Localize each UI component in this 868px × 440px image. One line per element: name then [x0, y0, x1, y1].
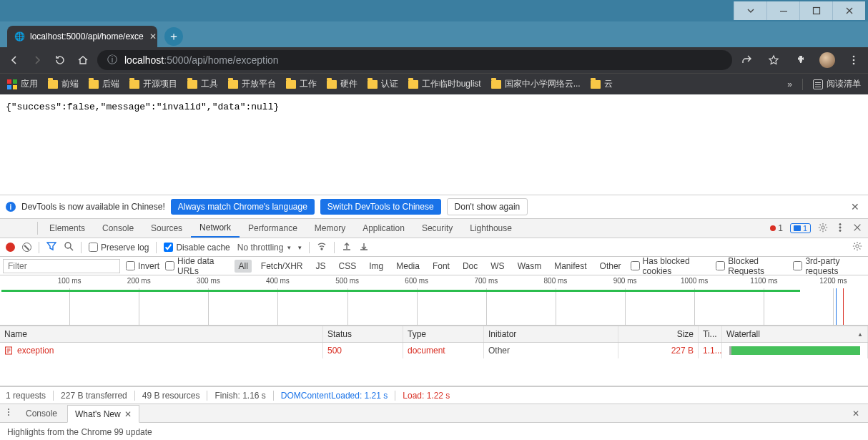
drawer-close-icon[interactable]: ✕ — [848, 409, 864, 419]
filter-type-img[interactable]: Img — [365, 260, 387, 273]
devtools-menu-icon[interactable] — [835, 223, 845, 235]
browser-tab[interactable]: 🌐 localhost:5000/api/home/exce ✕ — [7, 26, 157, 47]
banner-dont-show-button[interactable]: Don't show again — [447, 198, 528, 215]
import-har-icon[interactable] — [342, 241, 352, 253]
win-close-button[interactable] — [832, 1, 865, 20]
nav-forward-button[interactable] — [29, 52, 46, 69]
bookmark-folder[interactable]: 后端 — [89, 78, 119, 90]
tab-security[interactable]: Security — [413, 219, 461, 238]
bookmark-star-icon[interactable] — [765, 52, 782, 69]
disable-cache-checkbox[interactable]: Disable cache — [164, 243, 230, 253]
tab-sources[interactable]: Sources — [142, 219, 191, 238]
issues-badge[interactable]: 1 — [790, 223, 811, 233]
bookmark-apps[interactable]: 应用 — [7, 78, 38, 90]
network-conditions-icon[interactable] — [317, 241, 327, 253]
share-icon[interactable] — [738, 52, 755, 69]
hide-data-urls-checkbox[interactable]: Hide data URLs — [165, 256, 229, 276]
network-request-row[interactable]: exception 500 document Other 227 B 1.1..… — [0, 343, 868, 358]
throttling-more-icon[interactable]: ▾ — [298, 244, 302, 251]
win-minimize-button[interactable] — [766, 1, 799, 20]
svg-point-11 — [839, 230, 841, 231]
bookmark-folder[interactable]: 工作临时buglist — [408, 78, 481, 90]
blocked-cookies-checkbox[interactable]: Has blocked cookies — [631, 256, 711, 276]
tab-close-button[interactable]: ✕ — [149, 31, 157, 41]
record-button[interactable] — [6, 243, 15, 252]
bookmark-folder[interactable]: 前端 — [48, 78, 79, 90]
device-toolbar-icon[interactable] — [17, 219, 34, 238]
svg-point-1 — [853, 56, 855, 58]
chrome-menu-button[interactable] — [845, 52, 862, 69]
tab-lighthouse[interactable]: Lighthouse — [461, 219, 521, 238]
address-bar[interactable]: ⓘ localhost:5000/api/home/exception — [97, 50, 732, 70]
filter-type-wasm[interactable]: Wasm — [514, 260, 546, 273]
export-har-icon[interactable] — [359, 241, 369, 253]
bookmark-folder[interactable]: 工作 — [286, 78, 317, 90]
col-time[interactable]: Ti... — [699, 326, 722, 342]
filter-type-fetchxhr[interactable]: Fetch/XHR — [257, 260, 307, 273]
inspect-element-icon[interactable] — [0, 219, 17, 238]
filter-type-doc[interactable]: Doc — [459, 260, 481, 273]
errors-badge[interactable]: 1 — [770, 223, 783, 233]
bookmark-folder[interactable]: 云 — [591, 78, 613, 90]
col-type[interactable]: Type — [403, 326, 484, 342]
filter-type-ws[interactable]: WS — [487, 260, 508, 273]
third-party-checkbox[interactable]: 3rd-party requests — [793, 256, 865, 276]
drawer-body-text: Highlights from the Chrome 99 update — [0, 422, 868, 440]
col-initiator[interactable]: Initiator — [484, 326, 618, 342]
tab-console[interactable]: Console — [94, 219, 142, 238]
tab-elements[interactable]: Elements — [41, 219, 94, 238]
bookmark-folder[interactable]: 硬件 — [327, 78, 357, 90]
win-dropdown-button[interactable] — [734, 1, 766, 20]
bookmark-folder[interactable]: 开放平台 — [228, 78, 276, 90]
devtools-close-icon[interactable] — [852, 223, 862, 235]
nav-back-button[interactable] — [6, 52, 23, 69]
devtools-settings-icon[interactable] — [818, 223, 828, 235]
tab-performance[interactable]: Performance — [240, 219, 306, 238]
reading-list-button[interactable]: 阅读清单 — [813, 78, 861, 90]
col-waterfall[interactable]: Waterfall▲ — [722, 326, 868, 342]
col-size[interactable]: Size — [618, 326, 699, 342]
tab-network[interactable]: Network — [191, 219, 240, 238]
bookmark-folder[interactable]: 国家中小学网络云... — [491, 78, 581, 90]
bookmark-folder[interactable]: 工具 — [187, 78, 218, 90]
clear-button[interactable] — [22, 243, 31, 252]
globe-icon: 🌐 — [14, 31, 24, 41]
filter-input[interactable] — [3, 259, 120, 273]
banner-match-button[interactable]: Always match Chrome's language — [171, 199, 315, 215]
bookmarks-overflow-button[interactable]: » — [787, 79, 792, 89]
col-status[interactable]: Status — [323, 326, 403, 342]
win-maximize-button[interactable] — [799, 1, 832, 20]
bookmark-folder[interactable]: 认证 — [368, 78, 398, 90]
site-info-icon[interactable]: ⓘ — [107, 54, 117, 67]
nav-home-button[interactable] — [74, 52, 92, 69]
network-overview[interactable]: 100 ms200 ms300 ms400 ms500 ms600 ms700 … — [0, 275, 868, 326]
throttling-select[interactable]: No throttling — [237, 243, 292, 253]
invert-checkbox[interactable]: Invert — [126, 261, 159, 271]
filter-type-other[interactable]: Other — [596, 260, 625, 273]
filter-type-manifest[interactable]: Manifest — [551, 260, 590, 273]
drawer-tab-close-icon[interactable]: ✕ — [124, 409, 132, 419]
preserve-log-checkbox[interactable]: Preserve log — [89, 243, 149, 253]
banner-switch-button[interactable]: Switch DevTools to Chinese — [320, 199, 441, 215]
nav-reload-button[interactable] — [51, 52, 69, 69]
drawer-menu-icon[interactable] — [4, 408, 13, 419]
network-settings-icon[interactable] — [852, 241, 862, 253]
bookmark-folder[interactable]: 开源项目 — [129, 78, 177, 90]
extensions-icon[interactable] — [792, 52, 809, 69]
filter-type-css[interactable]: CSS — [335, 260, 360, 273]
blocked-requests-checkbox[interactable]: Blocked Requests — [716, 256, 787, 276]
filter-type-font[interactable]: Font — [429, 260, 453, 273]
search-icon[interactable] — [64, 241, 74, 253]
tab-memory[interactable]: Memory — [306, 219, 354, 238]
filter-type-media[interactable]: Media — [393, 260, 423, 273]
filter-toggle-icon[interactable] — [46, 241, 56, 253]
filter-type-all[interactable]: All — [235, 260, 251, 273]
tab-application[interactable]: Application — [354, 219, 413, 238]
filter-type-js[interactable]: JS — [312, 260, 330, 273]
new-tab-button[interactable]: ＋ — [164, 27, 183, 46]
drawer-tab-whatsnew[interactable]: What's New✕ — [67, 405, 139, 423]
drawer-tab-console[interactable]: Console — [19, 404, 64, 422]
profile-avatar[interactable] — [819, 52, 835, 68]
col-name[interactable]: Name — [0, 326, 323, 342]
banner-close-button[interactable]: ✕ — [848, 201, 862, 212]
